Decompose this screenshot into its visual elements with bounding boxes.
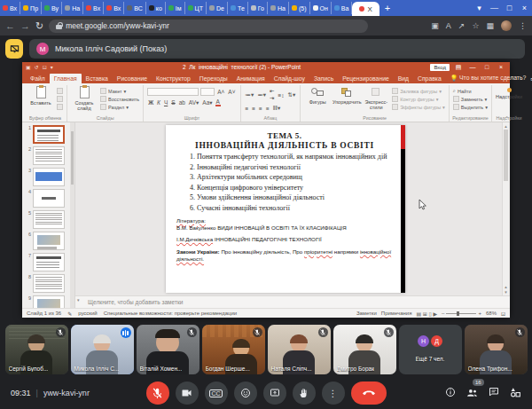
slide-editor[interactable]: ТЕМА 5. ІННОВАЦІЙНА ДІЯЛЬНІСТЬ В ОСВІТІ …: [166, 125, 405, 293]
browser-tab[interactable]: На: [62, 2, 83, 14]
participant-tile[interactable]: Н Д Ещё 7 чел.: [399, 325, 462, 374]
browser-tab[interactable]: Вх: [0, 2, 20, 14]
browser-tab[interactable]: Вх: [83, 2, 104, 14]
camera-button[interactable]: [176, 381, 199, 405]
zoom-control[interactable]: – +: [442, 311, 481, 316]
raise-hand-button[interactable]: [293, 381, 316, 405]
browser-tab[interactable]: На: [268, 2, 289, 14]
present-button[interactable]: [263, 381, 286, 405]
profile-avatar[interactable]: [501, 20, 512, 31]
ribbon-tab[interactable]: Конструктор: [152, 74, 195, 83]
shape-effects-button[interactable]: Эффекты фигуры ▾: [392, 104, 445, 110]
new-slide-button[interactable]: Создать слайд: [71, 86, 98, 111]
reset-button[interactable]: Восстановить: [100, 96, 139, 102]
slide-thumbnail[interactable]: 2: [26, 146, 69, 165]
browser-tab[interactable]: ЦТ: [185, 2, 207, 14]
shrink-font-icon[interactable]: A˅: [227, 89, 236, 95]
ribbon-tab[interactable]: Слайд-шоу: [270, 74, 309, 83]
slide-thumbnail[interactable]: 5: [26, 210, 69, 229]
participant-tile[interactable]: Дмитро Борак: [333, 325, 396, 374]
cut-icon[interactable]: [57, 88, 63, 94]
more-options-button[interactable]: ⋮: [322, 381, 345, 405]
mic-button[interactable]: [146, 381, 169, 405]
new-tab-button[interactable]: +: [379, 3, 395, 13]
browser-tab[interactable]: De: [207, 2, 228, 14]
format-painter-icon[interactable]: [57, 104, 63, 110]
slide-thumbnail[interactable]: 7: [26, 253, 69, 271]
presenter-pill[interactable]: М Микола Ілліч Садовий (Показ): [29, 39, 525, 59]
bold-button[interactable]: Ж: [147, 99, 154, 106]
canvas-scrollbar[interactable]: ▴ ▴▾: [502, 122, 509, 295]
ribbon-tab[interactable]: Вставка: [82, 74, 113, 83]
text-shadow-button[interactable]: ab: [178, 99, 186, 106]
shape-fill-button[interactable]: Заливка фигуры ▾: [392, 88, 445, 94]
view-buttons[interactable]: ▤ ⊞ ▯ ▶: [416, 311, 437, 317]
align-center-icon[interactable]: ≡: [251, 106, 256, 112]
browser-tab-active[interactable]: X: [352, 2, 379, 16]
char-spacing-icon[interactable]: AV▾: [188, 99, 200, 106]
strikethrough-button[interactable]: S: [170, 99, 176, 106]
align-right-icon[interactable]: ≡: [258, 106, 263, 112]
comments-toggle[interactable]: Примечания: [381, 311, 412, 316]
slide-thumbnail[interactable]: 6: [26, 232, 69, 250]
browser-tab[interactable]: Те: [228, 2, 248, 14]
ribbon-tab[interactable]: Запись: [309, 74, 338, 83]
slide-thumbnail[interactable]: 1: [26, 125, 69, 144]
undo-icon[interactable]: ↺: [35, 64, 39, 70]
quick-styles-button[interactable]: Экспресс-стили: [363, 86, 389, 110]
forward-button[interactable]: →: [20, 21, 30, 31]
ribbon-tab[interactable]: Главная: [50, 74, 82, 83]
tell-me-hint[interactable]: 💡 Что вы хотите сделать?: [446, 73, 531, 83]
section-button[interactable]: Раздел ▾: [100, 104, 139, 110]
stop-watching-button[interactable]: [5, 39, 23, 59]
ribbon-tab[interactable]: Переходы: [195, 74, 232, 83]
notes-toggle[interactable]: Заметки: [356, 311, 377, 316]
ribbon-tab[interactable]: Рисование: [113, 74, 152, 83]
collapse-ribbon-icon[interactable]: ^: [505, 115, 508, 121]
find-button[interactable]: ⌕ Найти: [453, 88, 488, 94]
fit-slide-icon[interactable]: ⊡: [501, 311, 505, 317]
qat-more-icon[interactable]: ▾: [51, 64, 53, 70]
thumbnail-scrollbar[interactable]: [70, 122, 74, 308]
accessibility-status[interactable]: Специальные возможности: проверьте реком…: [104, 311, 237, 316]
replace-button[interactable]: Заменить ▾: [453, 96, 488, 102]
browser-tab[interactable]: ко: [146, 2, 166, 14]
shapes-button[interactable]: Фигуры: [304, 86, 331, 105]
extensions-icon[interactable]: ▦: [486, 22, 494, 30]
slide-thumbnail[interactable]: 8: [26, 274, 69, 293]
font-size-select[interactable]: [200, 88, 215, 96]
underline-button[interactable]: Ч: [163, 99, 168, 106]
browser-tab[interactable]: Пр: [20, 2, 42, 14]
save-icon[interactable]: ▣: [26, 64, 31, 70]
slide-thumbnail-panel[interactable]: 1 2 3: [22, 122, 75, 308]
text-direction-icon[interactable]: ⇅▾: [287, 91, 297, 98]
reload-button[interactable]: ↻: [35, 21, 43, 31]
slide-thumbnail[interactable]: 9: [26, 295, 69, 308]
zoom-out-icon[interactable]: –: [442, 311, 444, 316]
ribbon-tab[interactable]: Вид: [394, 74, 413, 83]
ribbon-tab[interactable]: Рецензирование: [338, 74, 393, 83]
browser-tab[interactable]: Ву: [42, 2, 62, 14]
minimize-button[interactable]: —: [487, 4, 502, 12]
ppt-close-button[interactable]: ×: [496, 64, 506, 70]
zoom-in-icon[interactable]: +: [478, 311, 481, 316]
copy-icon[interactable]: [57, 96, 63, 102]
browser-tab[interactable]: (5): [289, 2, 310, 14]
browser-tab[interactable]: ВС: [124, 2, 146, 14]
line-spacing-icon[interactable]: ≡↕: [277, 92, 285, 98]
zoom-slider[interactable]: [446, 313, 476, 314]
change-case-icon[interactable]: Aa▾: [201, 99, 213, 106]
browser-tab[interactable]: Го: [248, 2, 268, 14]
slideshow-icon[interactable]: ⊡: [43, 64, 47, 70]
browser-tab[interactable]: Вх: [104, 2, 124, 14]
participant-tile[interactable]: Богдан Шерше...: [202, 325, 265, 374]
columns-icon[interactable]: ‖‖▾: [272, 105, 282, 112]
end-call-button[interactable]: [351, 381, 387, 405]
paste-button[interactable]: Вставить: [27, 86, 54, 106]
bullets-icon[interactable]: ≔▾: [245, 91, 255, 98]
participant-tile[interactable]: Віталій Хомен...: [137, 325, 200, 374]
participant-tile[interactable]: Наталя Сліпч...: [268, 325, 331, 374]
arrange-button[interactable]: Упорядочить: [333, 86, 360, 105]
slide-thumbnail[interactable]: 4: [26, 189, 69, 208]
notes-area[interactable]: ▾ Щелкните, чтобы добавить заметки: [75, 295, 510, 308]
